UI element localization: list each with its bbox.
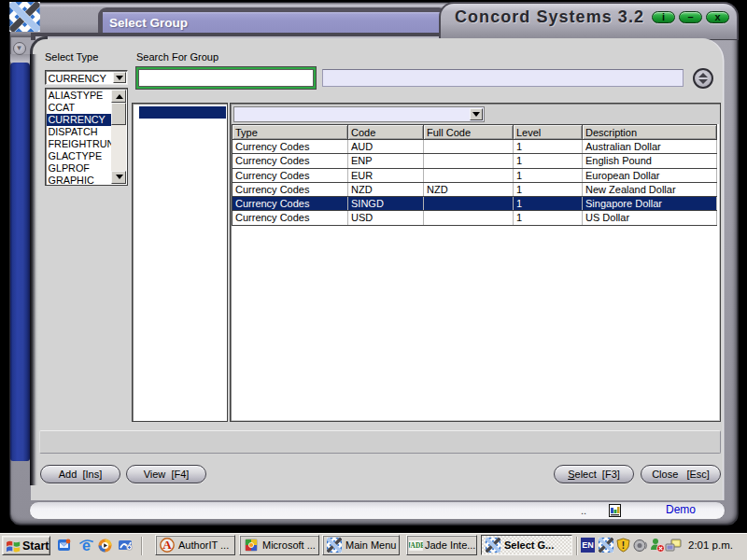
svg-text:!: ! — [622, 540, 625, 551]
svg-text:JADE: JADE — [409, 541, 423, 550]
svg-text:A: A — [162, 538, 172, 552]
